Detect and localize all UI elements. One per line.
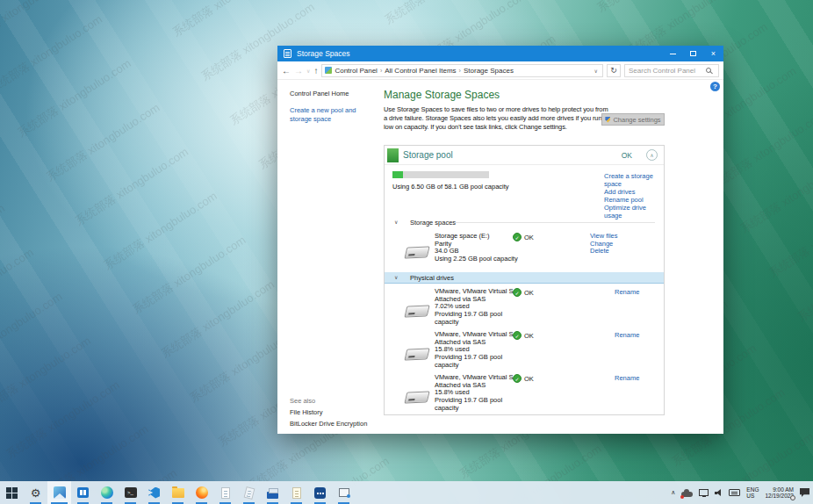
taskbar-icon-snipping-tool[interactable] [332,481,356,504]
chevron-down-icon[interactable]: ∨ [394,219,398,225]
tray-expand-icon[interactable]: ∧ [671,489,675,496]
taskbar-icon-file-explorer[interactable] [166,481,190,504]
folder-icon [172,488,184,498]
snipping-tool-icon [339,488,349,497]
status-badge: ✓ OK [513,233,534,241]
tilted-document-icon [243,486,255,499]
close-button[interactable]: × [703,46,723,61]
network-display-icon[interactable] [699,489,709,496]
taskbar-icon-vscode[interactable] [142,481,166,504]
taskbar: ∧ ENG US 9:00 AM 12/19/2022 [0,481,813,504]
section-physical-drives: ∨ Physical drives [385,272,664,284]
taskbar-icon-terminal[interactable] [119,481,142,504]
blue-app-icon [314,487,326,499]
pool-title: Storage pool [403,150,453,160]
section-label: Storage spaces [410,219,456,227]
drive-icon [404,305,429,317]
breadcrumb-item-all-items[interactable]: All Control Panel Items [385,67,456,75]
section-storage-spaces: ∨ Storage spaces [385,219,664,227]
refresh-icon[interactable]: ↻ [607,64,621,77]
address-bar[interactable]: Control Panel › All Control Panel Items … [321,64,603,77]
region-code: US [746,493,759,499]
touch-keyboard-icon[interactable] [729,489,740,496]
up-icon[interactable]: ↑ [313,66,318,76]
status-badge: ✓ OK [513,331,534,340]
pool-capacity-bar [392,171,489,178]
terminal-icon [125,487,137,498]
address-dropdown-icon[interactable]: ∨ [593,68,600,74]
see-also-label: See also [290,397,315,405]
taskbar-icon-photos[interactable] [47,481,71,504]
action-center-icon[interactable] [800,488,809,497]
storage-space-details: Storage space (E:) Parity 34.0 GB Using … [435,233,515,263]
link-rename[interactable]: Rename [615,288,639,296]
vscode-icon [148,487,160,499]
onedrive-cloud-icon[interactable] [681,492,693,497]
history-dropdown-icon[interactable]: ∨ [306,68,310,74]
link-add-drives[interactable]: Add drives [604,188,666,196]
status-badge: ✓ OK [513,374,534,383]
collapse-icon[interactable]: ∧ [646,149,658,161]
taskbar-icon-document[interactable] [237,481,261,504]
status-text: OK [524,234,534,241]
storage-pool-header: Storage pool OK ∧ [385,146,664,165]
breadcrumb-separator: › [459,68,461,74]
search-input[interactable] [629,67,706,75]
link-optimize-drive-usage[interactable]: Optimize drive usage [604,204,666,220]
drive-icon [404,246,429,258]
space-actions: View files Change Delete [590,233,618,256]
breadcrumb-item-control-panel[interactable]: Control Panel [335,67,377,75]
status-text: OK [524,332,534,340]
minimize-button[interactable] [663,46,683,61]
back-icon[interactable]: ← [282,66,291,76]
taskbar-icon-printer[interactable] [261,481,284,504]
photos-icon [54,486,66,499]
drive-details: VMware, VMware Virtual S… Attached via S… [435,374,515,413]
link-rename[interactable]: Rename [615,331,639,339]
chevron-down-icon[interactable]: ∨ [394,274,398,280]
language-indicator[interactable]: ENG US [746,486,759,499]
printer-icon [267,492,278,499]
status-badge: ✓ OK [513,288,534,297]
pool-status: OK [622,151,632,160]
search-box[interactable] [624,64,719,77]
titlebar[interactable]: Storage Spaces × [277,46,723,61]
desktop: { "desktop": { "watermark": "系统部落 xitong… [0,0,813,504]
taskbar-icon-notepad[interactable] [213,481,237,504]
taskbar-icon-store[interactable] [71,481,95,504]
drive-icon [404,348,429,360]
taskbar-icon-firefox[interactable] [190,481,213,504]
sidebar-item-bitlocker[interactable]: BitLocker Drive Encryption [290,420,367,428]
link-rename[interactable]: Rename [615,374,639,382]
link-rename-pool[interactable]: Rename pool [604,196,666,204]
taskbar-icon-app-blue[interactable] [308,481,332,504]
status-text: OK [524,289,534,297]
storage-pool-panel: Storage pool OK ∧ Using 6.50 GB of 58.1 … [384,145,665,415]
change-settings-button[interactable]: Change settings [601,113,665,126]
space-usage: Using 2.25 GB pool capacity [435,256,515,263]
pool-actions: Create a storage space Add drives Rename… [604,172,666,220]
uac-shield-icon [605,117,610,123]
check-icon: ✓ [513,374,522,383]
sidebar-item-create-pool[interactable]: Create a new pool and storage space [290,106,374,124]
link-delete[interactable]: Delete [590,248,618,256]
volume-icon[interactable] [715,489,723,497]
storage-spaces-window: Storage Spaces × ← → ∨ ↑ Control Panel ›… [277,46,723,434]
link-create-storage-space[interactable]: Create a storage space [604,172,666,188]
sidebar-item-control-panel-home[interactable]: Control Panel Home [290,90,349,97]
help-icon[interactable]: ? [710,82,720,91]
section-divider [455,222,655,223]
pool-capacity-fill [392,171,403,178]
maximize-button[interactable] [683,46,703,61]
taskbar-icon-text-editor[interactable] [284,481,308,504]
change-settings-label: Change settings [613,116,660,124]
sidebar-item-file-history[interactable]: File History [290,408,323,416]
page-description: Use Storage Spaces to save files to two … [384,105,610,131]
breadcrumb-item-storage-spaces[interactable]: Storage Spaces [464,67,514,75]
taskbar-icon-edge[interactable] [95,481,119,504]
drive-providing: Providing 19.7 GB pool capacity [435,311,515,326]
drive-providing: Providing 19.7 GB pool capacity [435,354,515,369]
start-button[interactable] [0,481,24,504]
taskbar-icon-settings[interactable] [24,481,47,504]
drive-icon [404,391,429,403]
